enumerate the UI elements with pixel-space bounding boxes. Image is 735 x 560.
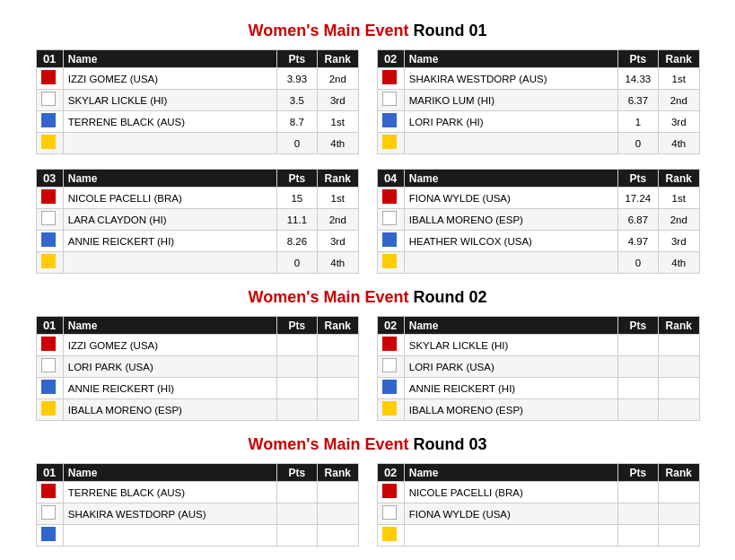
athlete-name: MARIKO LUM (HI) [404,90,617,111]
color-indicator [36,525,63,547]
athlete-rank [659,378,699,399]
heats-row: 01NamePtsRankIZZI GOMEZ (USA)LORI PARK (… [13,316,722,421]
athlete-name: TERRENE BLACK (AUS) [63,111,276,133]
athlete-pts: 6.37 [617,90,658,111]
table-row: FIONA WYLDE (USA) [377,503,699,525]
athlete-rank: 1st [659,188,699,209]
heats-row: 01NamePtsRankTERRENE BLACK (AUS)SHAKIRA … [13,463,722,547]
athlete-rank: 4th [659,252,699,274]
round-title: Women's Main Event Round 02 [13,288,722,307]
rank-header: Rank [318,317,358,335]
athlete-rank: 1st [318,188,358,209]
athlete-pts [276,378,317,399]
athlete-name [404,133,617,154]
athlete-name: IZZI GOMEZ (USA) [63,68,276,90]
athlete-name: LORI PARK (USA) [63,356,276,378]
color-indicator [36,231,63,252]
athlete-pts: 4.97 [617,231,658,252]
pts-header: Pts [617,317,658,335]
athlete-pts: 0 [617,133,658,154]
athlete-name: NICOLE PACELLI (BRA) [404,482,617,503]
athlete-pts: 8.26 [276,231,317,252]
heats-row: 03NamePtsRankNICOLE PACELLI (BRA)151stLA… [13,169,722,274]
athlete-name [63,525,276,547]
athlete-pts [276,335,317,356]
athlete-name [404,252,617,274]
heat-number: 04 [377,170,404,188]
table-row: LORI PARK (USA) [377,356,699,378]
pts-header: Pts [617,170,658,188]
athlete-pts [617,399,658,421]
color-indicator [377,188,404,209]
athlete-pts [276,503,317,525]
athlete-pts [617,525,658,547]
athlete-rank [318,335,358,356]
table-row: LORI PARK (HI)13rd [377,111,699,133]
athlete-name: LORI PARK (USA) [404,356,617,378]
athlete-pts: 1 [617,111,658,133]
heat-number: 01 [36,317,63,335]
round-title: Women's Main Event Round 03 [13,435,722,454]
athlete-rank [318,399,358,421]
table-row: 04th [377,133,699,154]
name-header: Name [63,317,276,335]
name-header: Name [404,464,617,482]
table-row: ANNIE REICKERT (HI)8.263rd [36,231,358,252]
color-indicator [377,209,404,231]
pts-header: Pts [276,50,317,68]
athlete-rank: 4th [318,133,358,154]
table-row: NICOLE PACELLI (BRA)151st [36,188,358,209]
athlete-name: ANNIE REICKERT (HI) [404,378,617,399]
athlete-name: FIONA WYLDE (USA) [404,503,617,525]
color-indicator [36,399,63,421]
pts-header: Pts [276,317,317,335]
color-indicator [36,133,63,154]
athlete-rank [318,378,358,399]
athlete-rank [318,503,358,525]
athlete-rank: 4th [318,252,358,274]
table-row: ANNIE REICKERT (HI) [377,378,699,399]
rank-header: Rank [659,464,699,482]
athlete-pts: 6.87 [617,209,658,231]
table-row: FIONA WYLDE (USA)17.241st [377,188,699,209]
athlete-pts: 3.5 [276,90,317,111]
athlete-rank: 4th [659,133,699,154]
athlete-rank: 2nd [659,209,699,231]
athlete-pts [617,503,658,525]
color-indicator [36,503,63,525]
table-row: 04th [377,252,699,274]
heat-table: 02NamePtsRankNICOLE PACELLI (BRA)FIONA W… [377,463,700,547]
athlete-pts [617,335,658,356]
athlete-pts [276,525,317,547]
round-title-black: Round 02 [408,288,486,306]
table-row: TERRENE BLACK (AUS) [36,482,358,503]
color-indicator [377,525,404,547]
athlete-name: TERRENE BLACK (AUS) [63,482,276,503]
athlete-pts: 3.93 [276,68,317,90]
athlete-name [63,133,276,154]
color-indicator [377,503,404,525]
rank-header: Rank [659,50,699,68]
athlete-pts [276,482,317,503]
rank-header: Rank [659,170,699,188]
athlete-pts [617,356,658,378]
heat-table: 01NamePtsRankIZZI GOMEZ (USA)LORI PARK (… [36,316,359,421]
athlete-pts: 0 [617,252,658,274]
athlete-pts [617,378,658,399]
color-indicator [377,111,404,133]
round-title-black: Round 03 [408,435,486,453]
round-title-red: Women's Main Event [249,22,409,39]
color-indicator [36,111,63,133]
color-indicator [377,399,404,421]
pts-header: Pts [617,464,658,482]
color-indicator [36,90,63,111]
athlete-name: LORI PARK (HI) [404,111,617,133]
color-indicator [36,335,63,356]
athlete-rank [659,503,699,525]
athlete-name: SKYLAR LICKLE (HI) [404,335,617,356]
heat-table: 01NamePtsRankTERRENE BLACK (AUS)SHAKIRA … [36,463,359,547]
pts-header: Pts [276,170,317,188]
heat-number: 02 [377,464,404,482]
athlete-pts: 0 [276,252,317,274]
pts-header: Pts [276,464,317,482]
